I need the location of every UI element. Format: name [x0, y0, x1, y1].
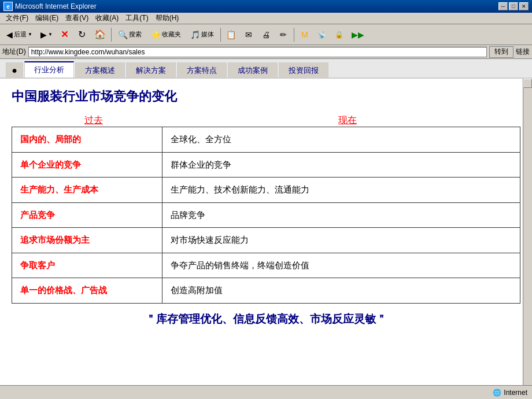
comparison-headers: 过去 现在 — [12, 114, 520, 127]
zone-label: Internet — [504, 389, 527, 397]
bottom-quote: ＂库存管理优化、信息反馈高效、市场反应灵敏＂ — [12, 312, 520, 327]
toolbar-separator-3 — [294, 28, 294, 42]
past-cell-4: 追求市场份额为主 — [12, 228, 162, 253]
address-input[interactable] — [28, 47, 487, 57]
ie-icon: e — [3, 2, 13, 11]
title-bar-text: Microsoft Internet Explorer — [15, 2, 498, 10]
title-bar-buttons: ─ □ ✕ — [498, 2, 529, 10]
tab-industry-analysis[interactable]: 行业分析 — [24, 61, 74, 77]
menu-favorites[interactable]: 收藏(A) — [92, 13, 122, 24]
home-button[interactable]: 🏠 — [91, 27, 109, 43]
comparison-table: 国内的、局部的 全球化、全方位 单个企业的竞争 群体企业的竞争 生产能力、生产成… — [12, 127, 520, 304]
table-row: 追求市场份额为主 对市场快速反应能力 — [12, 228, 520, 253]
extra-btn-3[interactable]: ▶▶ — [349, 27, 367, 43]
menu-file[interactable]: 文件(F) — [2, 13, 32, 24]
tab-scheme-features[interactable]: 方案特点 — [177, 62, 227, 77]
history-button[interactable]: 📋 — [223, 27, 239, 43]
media-button[interactable]: 🎵 媒体 — [186, 27, 218, 43]
extra-btn-1[interactable]: 📡 — [314, 27, 330, 43]
table-row: 争取客户 争夺产品的销售终端，终端创造价值 — [12, 253, 520, 278]
extra-btn-2[interactable]: 🔒 — [331, 27, 348, 43]
maximize-button[interactable]: □ — [509, 2, 518, 10]
address-bar: 地址(D) 转到 链接 — [0, 45, 532, 59]
menu-help[interactable]: 帮助(H) — [152, 13, 183, 24]
present-cell-3: 品牌竞争 — [162, 202, 520, 228]
table-row: 单个企业的竞争 群体企业的竞争 — [12, 152, 520, 178]
menu-tools[interactable]: 工具(T) — [122, 13, 152, 24]
past-cell-5: 争取客户 — [12, 253, 162, 278]
comparison-container: 过去 现在 国内的、局部的 全球化、全方位 单个企业的竞争 群体企业的竞争 生产… — [12, 114, 520, 304]
past-column-header: 过去 — [13, 114, 175, 127]
edit-button[interactable]: ✏ — [275, 27, 291, 43]
toolbar-separator-1 — [111, 28, 112, 42]
past-cell-0: 国内的、局部的 — [12, 127, 162, 153]
scrollbar[interactable] — [523, 79, 532, 385]
nav-tabs-bar: ● 行业分析 方案概述 解决方案 方案特点 成功案例 投资回报 — [0, 59, 532, 79]
past-cell-3: 产品竞争 — [12, 202, 162, 228]
internet-icon: 🌐 — [492, 388, 501, 397]
page-title: 中国服装行业市场竞争的变化 — [12, 88, 520, 105]
refresh-button[interactable]: ↻ — [74, 27, 90, 43]
past-cell-6: 单一的价格战、广告战 — [12, 278, 162, 304]
present-cell-1: 群体企业的竞争 — [162, 152, 520, 178]
forward-button[interactable]: ▶ ▼ — [38, 27, 56, 43]
table-row: 产品竞争 品牌竞争 — [12, 202, 520, 228]
status-bar: 🌐 Internet — [0, 385, 532, 399]
present-cell-2: 生产能力、技术创新能力、流通能力 — [162, 178, 520, 203]
past-cell-2: 生产能力、生产成本 — [12, 178, 162, 203]
msn-button[interactable]: M — [297, 27, 313, 43]
menu-view[interactable]: 查看(V) — [62, 13, 92, 24]
past-cell-1: 单个企业的竞争 — [12, 152, 162, 178]
menu-edit[interactable]: 编辑(E) — [32, 13, 62, 24]
mail-button[interactable]: ✉ — [241, 27, 257, 43]
minimize-button[interactable]: ─ — [498, 2, 508, 10]
back-button[interactable]: ◀ 后退 ▼ — [2, 27, 36, 43]
tab-roi[interactable]: 投资回报 — [279, 62, 328, 77]
present-column-header: 现在 — [175, 114, 520, 127]
table-row: 国内的、局部的 全球化、全方位 — [12, 127, 520, 153]
address-label: 地址(D) — [2, 47, 26, 57]
favorites-button[interactable]: ⭐ 收藏夹 — [147, 27, 185, 43]
links-button[interactable]: 链接 — [516, 47, 530, 57]
title-bar: e Microsoft Internet Explorer ─ □ ✕ — [0, 0, 532, 13]
tab-solution[interactable]: 解决方案 — [126, 62, 176, 77]
go-button[interactable]: 转到 — [489, 46, 513, 58]
stop-button[interactable]: ✕ — [57, 27, 73, 43]
content-area: 中国服装行业市场竞争的变化 过去 现在 国内的、局部的 全球化、全方位 单个企业… — [0, 79, 532, 385]
toolbar: ◀ 后退 ▼ ▶ ▼ ✕ ↻ 🏠 🔍 搜索 ⭐ 收藏夹 🎵 媒体 📋 ✉ 🖨 — [0, 24, 532, 45]
scroll-thumb[interactable] — [523, 79, 532, 88]
menu-bar: 文件(F) 编辑(E) 查看(V) 收藏(A) 工具(T) 帮助(H) — [0, 13, 532, 24]
toolbar-separator-2 — [220, 28, 221, 42]
print-button[interactable]: 🖨 — [258, 27, 274, 43]
table-row: 单一的价格战、广告战 创造高附加值 — [12, 278, 520, 304]
table-row: 生产能力、生产成本 生产能力、技术创新能力、流通能力 — [12, 178, 520, 203]
present-cell-5: 争夺产品的销售终端，终端创造价值 — [162, 253, 520, 278]
tab-scheme-overview[interactable]: 方案概述 — [75, 62, 125, 77]
present-cell-0: 全球化、全方位 — [162, 127, 520, 153]
present-cell-4: 对市场快速反应能力 — [162, 228, 520, 253]
close-button[interactable]: ✕ — [519, 2, 529, 10]
tab-apple[interactable]: ● — [6, 62, 23, 77]
status-right: 🌐 Internet — [492, 388, 527, 397]
tab-success-cases[interactable]: 成功案例 — [228, 62, 278, 77]
search-button[interactable]: 🔍 搜索 — [114, 27, 146, 43]
present-cell-6: 创造高附加值 — [162, 278, 520, 304]
